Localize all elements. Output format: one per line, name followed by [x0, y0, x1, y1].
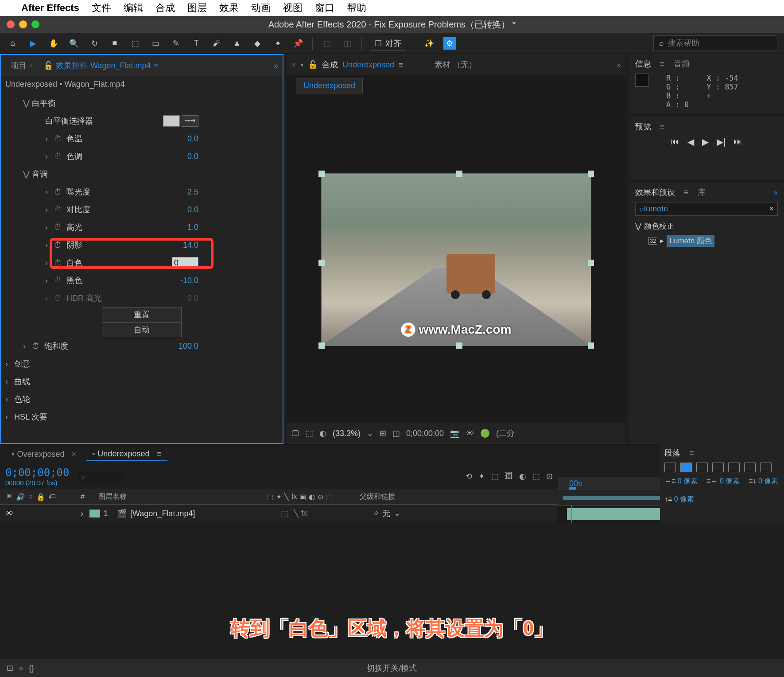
tl-icon[interactable]: 🖼 — [505, 471, 513, 481]
zoom-level[interactable]: (33.3%) — [333, 429, 361, 438]
color-icon[interactable]: 🟢 — [480, 428, 490, 438]
transform-handle[interactable] — [318, 342, 325, 349]
justify-center-icon[interactable] — [728, 463, 740, 472]
type-tool-icon[interactable]: T — [190, 37, 202, 50]
stopwatch-icon[interactable]: ⏱ — [54, 241, 64, 250]
menu-animation[interactable]: 动画 — [251, 1, 271, 15]
timeline-layer-row[interactable]: 👁 › 1 🎬 [Wagon_Flat.mp4] ⬚╲fx ⟐无⌄ — [0, 505, 558, 522]
window-minimize-button[interactable] — [19, 20, 27, 28]
effect-controls-tab[interactable]: 🔓 效果控件 Wagon_Flat.mp4 ≡ — [38, 60, 163, 71]
snap-toggle[interactable]: ☐对齐 — [370, 36, 406, 51]
value-temperature[interactable]: 0.0 — [187, 134, 198, 144]
chevron-right-icon[interactable]: › — [45, 276, 54, 285]
solo-icon[interactable]: ○ — [28, 493, 33, 501]
hand-tool-icon[interactable]: ✋ — [47, 37, 60, 50]
justify-right-icon[interactable] — [744, 463, 756, 472]
stopwatch-icon[interactable]: ⏱ — [54, 134, 64, 144]
home-icon[interactable]: ⌂ — [7, 37, 19, 50]
chevron-right-icon[interactable]: › — [45, 134, 54, 144]
stopwatch-icon[interactable]: ⏱ — [54, 205, 64, 214]
lock-icon[interactable]: 🔓 — [43, 61, 53, 70]
panel-overflow-icon[interactable]: » — [617, 60, 621, 70]
value-tint[interactable]: 0.0 — [187, 152, 198, 161]
pan-behind-tool-icon[interactable]: ⬚ — [129, 37, 141, 50]
window-close-button[interactable] — [7, 20, 15, 28]
close-icon[interactable]: × — [71, 450, 76, 459]
tl-icon[interactable]: ⊡ — [546, 471, 553, 481]
lock-icon[interactable]: 🔒 — [36, 493, 45, 501]
tl-icon[interactable]: ✦ — [478, 471, 485, 481]
window-maximize-button[interactable] — [31, 20, 39, 28]
footer-icon[interactable]: {} — [29, 664, 34, 673]
transform-handle[interactable] — [318, 260, 325, 266]
menu-window[interactable]: 窗口 — [315, 1, 334, 15]
menu-file[interactable]: 文件 — [92, 1, 111, 15]
transform-handle[interactable] — [456, 171, 462, 177]
timecode[interactable]: 0;00;00;00 — [406, 429, 444, 438]
next-frame-icon[interactable]: ▶| — [717, 136, 726, 147]
chevron-right-icon[interactable]: › — [81, 509, 89, 518]
orbit-tool-icon[interactable]: ↻ — [88, 37, 101, 50]
chevron-down-icon[interactable]: ⌄ — [394, 508, 400, 519]
clear-icon[interactable]: × — [769, 204, 774, 214]
eye-toggle[interactable]: 👁 — [5, 509, 13, 518]
menu-view[interactable]: 视图 — [283, 1, 303, 15]
label-icon[interactable]: 🏷 — [49, 493, 56, 501]
stopwatch-icon[interactable]: ⏱ — [54, 187, 64, 197]
panel-menu-icon[interactable]: ≡ — [154, 61, 159, 70]
comp-tab-active[interactable]: Underexposed — [296, 78, 363, 93]
link-icon[interactable]: ⟐ — [374, 508, 379, 519]
menu-effect[interactable]: 效果 — [219, 1, 239, 15]
panel-menu-icon[interactable]: ≡ — [399, 60, 404, 70]
close-icon[interactable]: × — [291, 60, 296, 70]
last-frame-icon[interactable]: ⏭ — [734, 136, 742, 147]
value-whites-input[interactable] — [172, 257, 198, 269]
chevron-right-icon[interactable]: › — [5, 377, 14, 386]
value-saturation[interactable]: 100.0 — [179, 342, 198, 351]
snapshot-icon[interactable]: 📷 — [450, 428, 460, 438]
justify-left-icon[interactable] — [712, 463, 724, 472]
value-shadows[interactable]: 14.0 — [183, 241, 198, 250]
panel-menu-icon[interactable]: ≡ — [684, 188, 689, 197]
selection-tool-icon[interactable]: ▶ — [27, 37, 39, 50]
align-center-icon[interactable] — [680, 463, 692, 472]
toggle-switches-button[interactable]: 切换开关/模式 — [367, 663, 417, 673]
menu-edit[interactable]: 编辑 — [124, 1, 143, 15]
wand-icon[interactable]: ✨ — [423, 37, 435, 50]
chevron-right-icon[interactable]: › — [5, 359, 14, 369]
panel-overflow-icon[interactable]: » — [274, 61, 278, 70]
eyedropper-icon[interactable]: ⟿ — [182, 115, 198, 127]
menu-composition[interactable]: 合成 — [155, 1, 175, 15]
stopwatch-icon[interactable]: ⏱ — [54, 152, 64, 161]
panel-menu-icon[interactable]: ≡ — [660, 59, 665, 69]
effect-category[interactable]: ⋁颜色校正 — [635, 219, 778, 233]
chevron-right-icon[interactable]: › — [5, 412, 14, 422]
chevron-right-icon[interactable]: › — [45, 152, 54, 161]
playhead-line[interactable] — [571, 506, 572, 523]
value-exposure[interactable]: 2.5 — [187, 187, 198, 197]
tl-icon[interactable]: ⬚ — [491, 471, 499, 481]
settings-icon[interactable]: ⚙ — [443, 37, 456, 50]
chevron-right-icon[interactable]: › — [45, 258, 54, 268]
camera-tool-icon[interactable]: ■ — [109, 37, 121, 50]
show-icon[interactable]: 👁 — [466, 429, 474, 438]
align-left-icon[interactable] — [664, 463, 676, 472]
app-name[interactable]: After Effects — [21, 2, 79, 14]
chevron-right-icon[interactable]: › — [45, 205, 54, 214]
value-highlights[interactable]: 1.0 — [187, 223, 198, 232]
first-frame-icon[interactable]: ⏮ — [671, 136, 679, 147]
menu-help[interactable]: 帮助 — [347, 1, 366, 15]
tl-icon[interactable]: ⟲ — [466, 471, 472, 481]
display-icon[interactable]: ⬚ — [306, 428, 313, 438]
help-search[interactable]: ⌕ — [653, 35, 777, 51]
effect-item-lumetri[interactable]: 32 ▸ Lumetri 颜色 — [635, 233, 778, 249]
chevron-down-icon[interactable]: ⌄ — [367, 428, 373, 438]
audio-icon[interactable]: 🔊 — [16, 493, 25, 501]
transform-handle[interactable] — [456, 342, 462, 349]
stopwatch-icon[interactable]: ⏱ — [54, 276, 64, 285]
eraser-tool-icon[interactable]: ◆ — [251, 37, 264, 50]
chevron-right-icon[interactable]: › — [45, 187, 54, 197]
3d-icon-2[interactable]: ◫ — [341, 37, 353, 50]
timeline-tab-overexposed[interactable]: ▪Overexposed× — [5, 448, 82, 461]
chevron-down-icon[interactable]: ⋁ — [23, 169, 32, 179]
